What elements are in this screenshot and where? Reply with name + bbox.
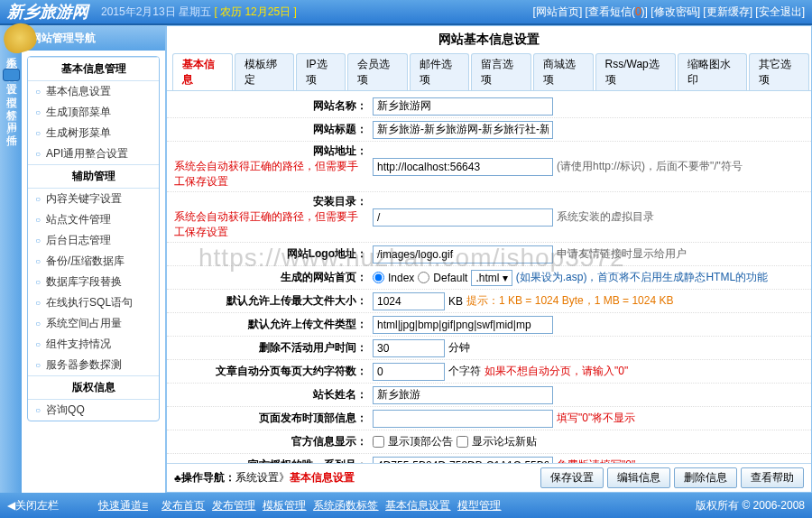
field-label: 网站名称： [174,98,373,114]
field-label: 网站标题： [174,122,373,137]
action-button[interactable]: 删除信息 [674,467,737,488]
module-tab[interactable]: 用户 [4,108,19,119]
lunar-date: [ 农历 12月25日 ] [214,5,296,20]
menu-item[interactable]: 数据库字段替换 [28,272,159,292]
tabs: 基本信息模板绑定IP选项会员选项邮件选项留言选项商城选项Rss/Wap选项缩略图… [167,53,811,91]
form-row: 生成的网站首页：IndexDefault.html ▾(如果设为.asp)，首页… [167,266,811,290]
form-row: 网站地址：系统会自动获得正确的路径，但需要手工保存设置(请使用http://标识… [167,142,811,192]
field-label: 删除不活动用户时间： [174,340,373,356]
checkbox[interactable] [373,436,384,448]
menu-item[interactable]: 在线执行SQL语句 [28,292,159,313]
menu-item[interactable]: API通用整合设置 [28,143,159,164]
ext-select[interactable]: .html ▾ [471,270,512,286]
copyright: 版权所有 © 2006-2008 [696,498,805,513]
form-row: 官方信息显示：显示顶部公告显示论坛新贴 [167,430,811,454]
action-button[interactable]: 查看帮助 [741,467,804,488]
menu-item[interactable]: 基本信息设置 [28,81,159,102]
field-label: 默认允许上传文件类型： [174,317,373,332]
radio-Default[interactable] [418,272,429,283]
link-exit[interactable]: [安全退出] [755,5,805,18]
field-label: 官方信息显示： [174,434,373,449]
top-links: [网站首页] [查看短信(0)] [修改密码] [更新缓存] [安全退出] [533,5,805,20]
tab[interactable]: 缩略图水印 [678,53,748,90]
menu-item[interactable]: 服务器参数探测 [28,355,159,375]
tab[interactable]: Rss/Wap选项 [595,53,676,90]
form-row: 默认允许上传最大文件大小：KB提示：1 KB = 1024 Byte，1 MB … [167,290,811,313]
field-label: 生成的网站首页： [174,270,373,285]
link-pwd[interactable]: [修改密码] [651,5,700,18]
module-tab[interactable]: 子系统 [4,56,19,67]
checkbox[interactable] [457,436,468,448]
quick-links: 快速通道≡ 发布首页发布管理模板管理系统函数标签基本信息设置模型管理 [95,498,508,513]
link-cache[interactable]: [更新缓存] [703,5,752,18]
tab[interactable]: 留言选项 [471,53,531,90]
text-input[interactable] [373,410,553,428]
field-label: 网站Logo地址： [174,246,373,262]
form-row: 网站名称： [167,95,811,118]
menu-item[interactable]: 组件支持情况 [28,334,159,355]
nav-header: 网站管理导航 [22,25,165,51]
text-input[interactable] [373,339,445,357]
action-button[interactable]: 保存设置 [540,467,604,488]
text-input[interactable] [373,457,553,464]
menu-item[interactable]: 生成树形菜单 [28,123,159,143]
quick-link[interactable]: 基本信息设置 [385,499,450,512]
date-text: 2015年2月13日 星期五 [101,5,211,20]
menu-category: 辅助管理 [28,164,159,189]
text-input[interactable] [373,386,553,404]
module-tab[interactable]: 模型 [4,83,19,94]
tab[interactable]: 商城选项 [533,53,594,90]
field-label: 默认允许上传最大文件大小： [174,293,373,309]
tab[interactable]: 会员选项 [347,53,408,90]
text-input[interactable] [373,363,445,381]
quick-link[interactable]: 发布管理 [212,499,255,512]
breadcrumb-icon: ♣ [174,472,181,485]
form-row: 网站标题： [167,118,811,142]
action-button[interactable]: 编辑信息 [607,467,670,488]
field-label: 网站地址：系统会自动获得正确的路径，但需要手工保存设置 [174,143,373,190]
close-left[interactable]: 关闭左栏 [15,498,59,513]
site-logo: 新乡旅游网 [7,1,88,23]
text-input[interactable] [373,208,553,227]
form-row: 页面发布时顶部信息：填写"0"将不显示 [167,407,811,430]
menu-item[interactable]: 系统空间占用量 [28,313,159,334]
left-module-strip: 主系统子系统设置模型标签用户插件 [0,25,22,493]
settings-form: 网站名称：网站标题：网站地址：系统会自动获得正确的路径，但需要手工保存设置(请使… [167,91,811,463]
form-row: 默认允许上传文件类型： [167,313,811,337]
quick-link[interactable]: 发布首页 [161,499,205,512]
bottom-bar: ◀ 关闭左栏 快速通道≡ 发布首页发布管理模板管理系统函数标签基本信息设置模型管… [0,493,812,518]
field-label: 页面发布时顶部信息： [174,411,373,426]
menu-item[interactable]: 内容关键字设置 [28,189,159,209]
field-label: 安装目录：系统会自动获得正确的路径，但需要手工保存设置 [174,194,373,240]
link-msg[interactable]: [查看短信(0)] [586,5,648,18]
menu-item[interactable]: 备份/压缩数据库 [28,251,159,272]
text-input[interactable] [373,245,553,264]
field-label: 文章自动分页每页大约字符数： [174,364,373,379]
form-row: 官方授权的唯一系列号：免费版请填写"0" [167,454,811,463]
tab[interactable]: 基本信息 [172,53,233,90]
top-bar: 新乡旅游网 2015年2月13日 星期五 [ 农历 12月25日 ] [网站首页… [0,0,812,25]
menu-item[interactable]: 后台日志管理 [28,230,159,251]
quick-link[interactable]: 系统函数标签 [313,499,378,512]
menu-item[interactable]: 生成顶部菜单 [28,102,159,123]
quick-link[interactable]: 模型管理 [457,499,501,512]
menu-item[interactable]: 站点文件管理 [28,209,159,230]
text-input[interactable] [373,97,553,116]
link-home[interactable]: [网站首页] [533,5,583,18]
tab[interactable]: 模板绑定 [235,53,295,90]
module-tab[interactable]: 插件 [4,121,19,132]
menu-item[interactable]: 咨询QQ [28,400,159,421]
text-input[interactable] [373,121,553,139]
tab[interactable]: 邮件选项 [410,53,470,90]
tab[interactable]: IP选项 [296,53,346,90]
arrow-left-icon[interactable]: ◀ [7,499,15,512]
tab[interactable]: 其它选项 [749,53,809,90]
radio-Index[interactable] [373,272,384,283]
quick-link[interactable]: 模板管理 [263,499,306,512]
module-tab[interactable]: 设置 [3,69,20,81]
module-tab[interactable]: 标签 [4,96,19,106]
field-label: 站长姓名： [174,387,373,402]
text-input[interactable] [373,292,445,310]
text-input[interactable] [373,316,553,334]
text-input[interactable] [373,158,553,176]
